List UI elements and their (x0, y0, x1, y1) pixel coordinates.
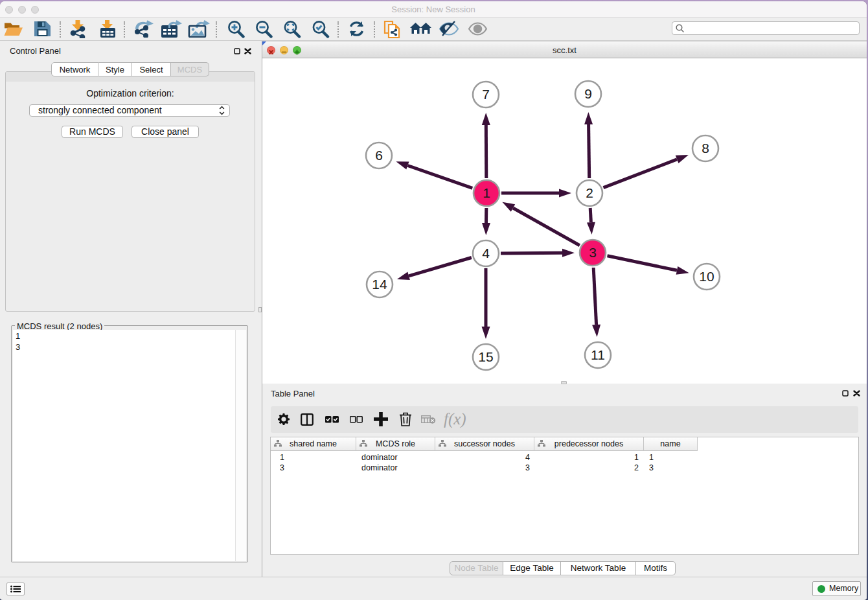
svg-text:8: 8 (702, 141, 709, 156)
svg-text:6: 6 (375, 148, 383, 163)
svg-text:11: 11 (591, 347, 605, 362)
svg-text:4: 4 (482, 246, 490, 260)
svg-text:10: 10 (699, 269, 714, 284)
svg-text:7: 7 (482, 87, 490, 102)
svg-text:1: 1 (483, 185, 490, 200)
svg-text:14: 14 (372, 277, 387, 292)
svg-text:9: 9 (584, 86, 592, 101)
svg-text:15: 15 (478, 349, 493, 364)
svg-text:3: 3 (589, 245, 597, 260)
svg-text:2: 2 (586, 185, 593, 200)
